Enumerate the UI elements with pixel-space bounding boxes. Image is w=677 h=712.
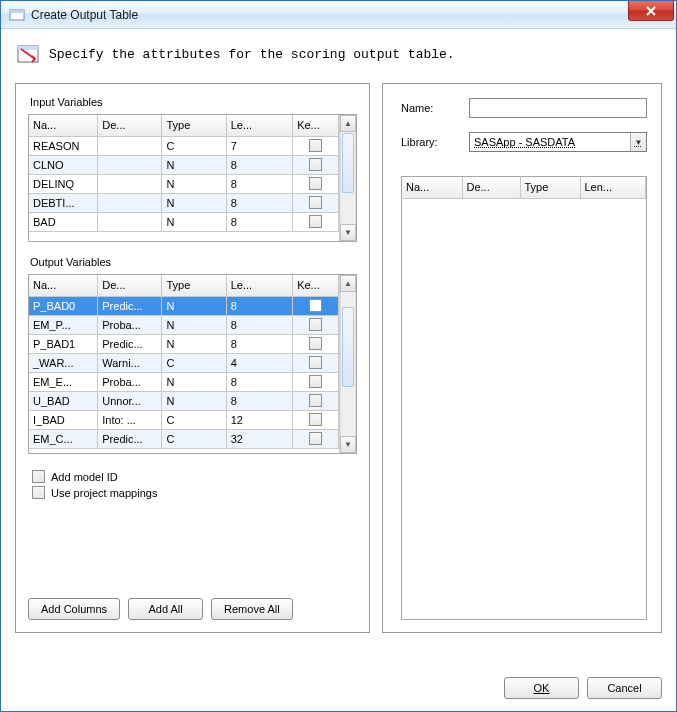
table-row[interactable]: I_BADInto: ...C12	[29, 410, 339, 429]
instruction-text: Specify the attributes for the scoring o…	[49, 47, 455, 62]
scroll-thumb[interactable]	[342, 133, 354, 193]
table-row[interactable]: P_BAD1Predic...N8	[29, 334, 339, 353]
table-row[interactable]: CLNON8	[29, 155, 339, 174]
col-keep[interactable]: Ke...	[293, 275, 339, 296]
use-project-mappings-checkbox-row[interactable]: Use project mappings	[32, 486, 357, 499]
keep-checkbox[interactable]	[309, 299, 322, 312]
scroll-down-icon[interactable]: ▼	[340, 224, 356, 241]
add-model-id-checkbox-row[interactable]: Add model ID	[32, 470, 357, 483]
add-columns-button[interactable]: Add Columns	[28, 598, 120, 620]
app-icon	[9, 7, 25, 23]
table-row[interactable]: P_BAD0Predic...N8	[29, 296, 339, 315]
name-input[interactable]	[469, 98, 647, 118]
table-header-row: Na... De... Type Le... Ke...	[29, 275, 339, 296]
keep-checkbox[interactable]	[309, 413, 322, 426]
col-keep[interactable]: Ke...	[293, 115, 339, 136]
left-button-row: Add Columns Add All Remove All	[28, 588, 357, 620]
keep-checkbox[interactable]	[309, 356, 322, 369]
col-len[interactable]: Len...	[580, 177, 646, 198]
scrollbar[interactable]: ▲ ▼	[339, 275, 356, 453]
scroll-up-icon[interactable]: ▲	[340, 275, 356, 292]
keep-checkbox[interactable]	[309, 337, 322, 350]
instruction-row: Specify the attributes for the scoring o…	[15, 43, 662, 65]
table-header-row: Na... De... Type Len...	[402, 177, 646, 198]
svg-rect-1	[10, 10, 24, 13]
col-desc[interactable]: De...	[462, 177, 520, 198]
output-variables-table: Na... De... Type Le... Ke... P_BAD0Predi…	[28, 274, 357, 454]
cancel-button[interactable]: Cancel	[587, 677, 662, 699]
keep-checkbox[interactable]	[309, 196, 322, 209]
keep-checkbox[interactable]	[309, 375, 322, 388]
window-title: Create Output Table	[31, 8, 138, 22]
col-name[interactable]: Na...	[29, 115, 98, 136]
col-name[interactable]: Na...	[29, 275, 98, 296]
name-label: Name:	[401, 102, 469, 114]
table-row[interactable]: REASONC7	[29, 136, 339, 155]
panels: Input Variables Na... De... Type Le... K…	[15, 83, 662, 657]
left-panel: Input Variables Na... De... Type Le... K…	[15, 83, 370, 633]
output-variables-label: Output Variables	[30, 256, 357, 268]
input-variables-label: Input Variables	[30, 96, 357, 108]
keep-checkbox[interactable]	[309, 318, 322, 331]
scroll-thumb[interactable]	[342, 307, 354, 387]
table-row[interactable]: EM_C...Predic...C32	[29, 429, 339, 448]
col-desc[interactable]: De...	[98, 115, 162, 136]
col-len[interactable]: Le...	[226, 275, 292, 296]
table-row[interactable]: DEBTI...N8	[29, 193, 339, 212]
remove-all-button[interactable]: Remove All	[211, 598, 293, 620]
col-len[interactable]: Le...	[226, 115, 292, 136]
use-project-mappings-label: Use project mappings	[51, 487, 157, 499]
table-icon	[17, 43, 39, 65]
scroll-down-icon[interactable]: ▼	[340, 436, 356, 453]
table-row[interactable]: BADN8	[29, 212, 339, 231]
keep-checkbox[interactable]	[309, 394, 322, 407]
checkbox-icon[interactable]	[32, 470, 45, 483]
checkbox-group: Add model ID Use project mappings	[32, 470, 357, 502]
add-all-button[interactable]: Add All	[128, 598, 203, 620]
scroll-up-icon[interactable]: ▲	[340, 115, 356, 132]
scroll-track[interactable]	[340, 132, 356, 224]
keep-checkbox[interactable]	[309, 177, 322, 190]
library-select[interactable]: SASApp - SASDATA ▼	[469, 132, 647, 152]
table-row[interactable]: U_BADUnnor...N8	[29, 391, 339, 410]
input-variables-table: Na... De... Type Le... Ke... REASONC7 CL…	[28, 114, 357, 242]
keep-checkbox[interactable]	[309, 139, 322, 152]
library-value: SASApp - SASDATA	[474, 136, 575, 148]
dialog-footer: OK Cancel	[1, 667, 676, 711]
titlebar: Create Output Table	[1, 1, 676, 29]
right-panel: Name: Library: SASApp - SASDATA ▼	[382, 83, 662, 633]
library-row: Library: SASApp - SASDATA ▼	[401, 132, 647, 152]
target-table: Na... De... Type Len...	[401, 176, 647, 620]
content-area: Specify the attributes for the scoring o…	[1, 29, 676, 667]
dialog-window: Create Output Table Specify the attribut…	[0, 0, 677, 712]
col-name[interactable]: Na...	[402, 177, 462, 198]
scrollbar[interactable]: ▲ ▼	[339, 115, 356, 241]
col-type[interactable]: Type	[520, 177, 580, 198]
keep-checkbox[interactable]	[309, 158, 322, 171]
col-type[interactable]: Type	[162, 115, 226, 136]
col-type[interactable]: Type	[162, 275, 226, 296]
checkbox-icon[interactable]	[32, 486, 45, 499]
name-row: Name:	[401, 98, 647, 118]
close-button[interactable]	[628, 1, 674, 21]
ok-button[interactable]: OK	[504, 677, 579, 699]
library-label: Library:	[401, 136, 469, 148]
table-row[interactable]: DELINQN8	[29, 174, 339, 193]
table-header-row: Na... De... Type Le... Ke...	[29, 115, 339, 136]
keep-checkbox[interactable]	[309, 215, 322, 228]
col-desc[interactable]: De...	[98, 275, 162, 296]
table-row[interactable]: EM_E...Proba...N8	[29, 372, 339, 391]
table-row[interactable]: EM_P...Proba...N8	[29, 315, 339, 334]
chevron-down-icon[interactable]: ▼	[630, 133, 646, 151]
scroll-track[interactable]	[340, 292, 356, 436]
table-row[interactable]: _WAR...Warni...C4	[29, 353, 339, 372]
add-model-id-label: Add model ID	[51, 471, 118, 483]
keep-checkbox[interactable]	[309, 432, 322, 445]
